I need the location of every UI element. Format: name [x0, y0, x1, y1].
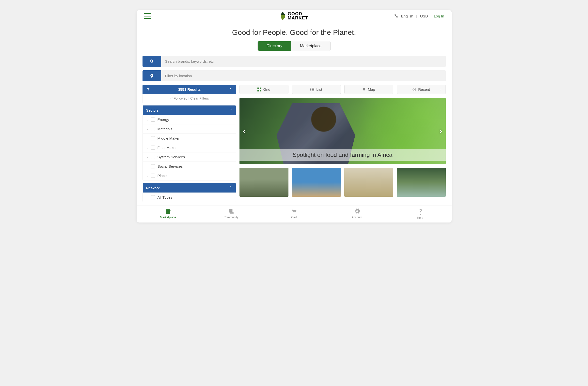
question-icon: [418, 208, 423, 215]
filter-item[interactable]: ⌄System Services: [143, 152, 236, 161]
svg-rect-2: [257, 88, 259, 89]
main-area: Grid List Map: [239, 85, 446, 202]
svg-rect-7: [312, 88, 314, 89]
filter-checkbox[interactable]: [151, 146, 155, 150]
clock-icon: [412, 88, 416, 92]
cart-icon: [291, 208, 297, 215]
bottom-nav: Marketplace Community Cart Account Help: [137, 206, 452, 223]
results-bar[interactable]: 3553 Results ⌃: [143, 85, 236, 94]
chevron-down-icon: ⌄: [440, 88, 442, 91]
store-icon: [165, 208, 171, 215]
svg-line-1: [152, 62, 153, 63]
filter-item[interactable]: ⌄Materials: [143, 124, 236, 134]
filter-item[interactable]: ⌄Middle Maker: [143, 134, 236, 143]
thumbnail[interactable]: [344, 168, 393, 197]
clear-filters-link[interactable]: Clear Filters: [190, 96, 209, 100]
svg-rect-3: [260, 88, 261, 89]
nav-account[interactable]: Account: [326, 206, 389, 223]
svg-rect-11: [312, 91, 314, 91]
thumbnail[interactable]: [292, 168, 341, 197]
carousel-prev-button[interactable]: ‹: [239, 126, 249, 136]
filter-label: Energy: [158, 117, 169, 122]
chevron-up-icon: ⌃: [229, 186, 232, 190]
view-grid-button[interactable]: Grid: [239, 85, 289, 94]
search-area: [137, 56, 452, 81]
login-link[interactable]: Log In: [434, 14, 444, 18]
filter-checkbox[interactable]: [151, 117, 155, 122]
brand-logo[interactable]: GOOD MARKET: [280, 12, 308, 20]
chevron-down-icon[interactable]: ⌄: [146, 155, 148, 159]
chat-icon: [228, 208, 234, 215]
view-controls: Grid List Map: [239, 85, 446, 94]
chevron-down-icon[interactable]: ⌄: [146, 137, 148, 140]
filter-item[interactable]: ⌄Final Maker: [143, 143, 236, 152]
thumbnail[interactable]: [397, 168, 446, 197]
nav-marketplace[interactable]: Marketplace: [137, 206, 200, 223]
tagline: Good for People. Good for the Planet.: [137, 22, 452, 41]
location-input[interactable]: [161, 70, 446, 81]
panel-network-header[interactable]: Network ⌃: [143, 183, 236, 193]
chevron-down-icon[interactable]: ⌄: [146, 127, 148, 131]
panel-network: Network ⌃ ⌄All Types: [143, 183, 236, 202]
thumbnail[interactable]: [239, 168, 289, 197]
content: 3553 Results ⌃ ♡ Followed | Clear Filter…: [137, 85, 452, 206]
panel-title: Sectors: [146, 108, 159, 112]
filter-label: Final Maker: [158, 146, 177, 150]
chevron-down-icon[interactable]: ⌄: [146, 146, 148, 149]
filter-item[interactable]: ⌄Energy: [143, 115, 236, 124]
chevron-down-icon[interactable]: ⌄: [146, 196, 148, 199]
results-count: 3553 Results: [178, 87, 201, 92]
language-selector[interactable]: English: [401, 14, 413, 18]
nav-community[interactable]: Community: [200, 206, 263, 223]
header: GOOD MARKET English | USD ⌄ Log In: [137, 10, 452, 22]
chevron-down-icon[interactable]: ⌄: [146, 118, 148, 121]
filter-item[interactable]: ⌄All Types: [143, 193, 236, 202]
followed-link[interactable]: Followed: [173, 96, 187, 100]
panel-sectors-header[interactable]: Sectors ⌃: [143, 105, 236, 115]
filter-label: Materials: [158, 127, 172, 131]
chevron-up-icon[interactable]: ⌃: [229, 88, 232, 92]
chevron-up-icon: ⌃: [229, 108, 232, 112]
filter-checkbox[interactable]: [151, 127, 155, 131]
view-list-button[interactable]: List: [292, 85, 341, 94]
app-window: GOOD MARKET English | USD ⌄ Log In Good …: [137, 10, 452, 223]
location-button[interactable]: [143, 70, 161, 81]
filter-checkbox[interactable]: [151, 155, 155, 159]
filter-item[interactable]: ⌄Social Services: [143, 161, 236, 171]
tab-directory[interactable]: Directory: [258, 41, 291, 51]
filter-checkbox[interactable]: [151, 174, 155, 178]
search-button[interactable]: [143, 56, 161, 67]
mode-toggle: Directory Marketplace: [137, 41, 452, 51]
currency-selector[interactable]: USD ⌄: [420, 14, 431, 18]
svg-rect-9: [312, 89, 314, 90]
svg-rect-5: [260, 90, 261, 92]
chevron-down-icon[interactable]: ⌄: [146, 165, 148, 168]
filter-sidebar: 3553 Results ⌃ ♡ Followed | Clear Filter…: [143, 85, 236, 202]
menu-button[interactable]: [144, 13, 151, 19]
panel-sectors: Sectors ⌃ ⌄Energy⌄Materials⌄Middle Maker…: [143, 105, 236, 180]
nav-cart[interactable]: Cart: [263, 206, 326, 223]
filter-checkbox[interactable]: [151, 195, 155, 199]
grid-icon: [257, 88, 261, 92]
filter-label: System Services: [158, 155, 185, 159]
view-map-button[interactable]: Map: [344, 85, 393, 94]
divider: |: [416, 14, 417, 18]
carousel-next-button[interactable]: ›: [436, 126, 446, 136]
svg-rect-8: [310, 89, 311, 90]
filter-label: Place: [158, 174, 167, 178]
chevron-down-icon[interactable]: ⌄: [146, 174, 148, 177]
search-input[interactable]: [161, 56, 446, 67]
filter-label: Social Services: [158, 164, 183, 168]
gear-icon: [354, 208, 360, 215]
sort-selector[interactable]: Recent ⌄: [397, 85, 446, 94]
hero-caption: Spotlight on food and farming in Africa: [239, 149, 446, 161]
filter-item[interactable]: ⌄Place: [143, 171, 236, 180]
svg-rect-6: [310, 88, 311, 89]
filter-checkbox[interactable]: [151, 164, 155, 168]
list-icon: [310, 88, 314, 92]
keyword-search-row: [143, 56, 446, 67]
tab-marketplace[interactable]: Marketplace: [291, 41, 330, 51]
nav-help[interactable]: Help: [389, 206, 452, 223]
filter-checkbox[interactable]: [151, 136, 155, 140]
svg-rect-4: [257, 90, 259, 92]
